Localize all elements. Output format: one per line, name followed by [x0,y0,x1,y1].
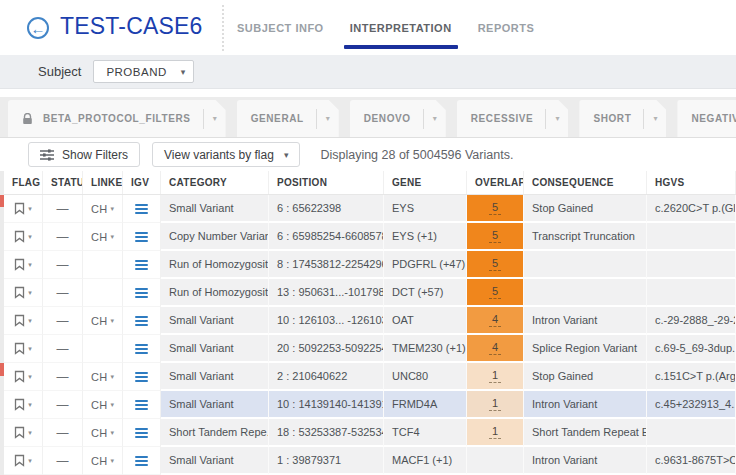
overlap-count[interactable]: 5 [489,285,501,299]
chevron-down-icon: ▾ [326,114,330,123]
overlap-count[interactable]: 1 [489,397,501,411]
col-position[interactable]: POSITION [269,171,384,194]
igv-button[interactable] [123,391,161,419]
table-row[interactable]: ▾ — CH ▾ Short Tandem Repe... 18 : 53253… [4,419,736,447]
bookmark-flag-icon [14,258,25,271]
table-row[interactable]: ▾ — CH ▾ Small Variant 1 : 39879371 MACF… [4,447,736,475]
overlap-count[interactable]: 5 [489,229,501,243]
filter-tab-menu-button[interactable]: ▾ [545,109,568,129]
table-row[interactable]: ▾ — CH ▾ Small Variant 10 : 14139140-141… [4,391,736,419]
col-hgvs[interactable]: HGVS [647,171,736,194]
overlap-cell[interactable]: 5 [467,223,524,251]
flag-cell[interactable]: ▾ [4,363,43,391]
col-overlap[interactable]: OVERLAP [467,171,524,194]
table-row[interactable]: ▾ — ▾ Run of Homozygosity 13 : 950631...… [4,279,736,307]
col-status[interactable]: STATUS [43,171,83,194]
tab-subject-info[interactable]: SUBJECT INFO [237,0,324,55]
overlap-count[interactable]: 1 [489,369,501,383]
linked-cell[interactable]: ▾ [83,251,123,279]
table-row[interactable]: ▾ — CH ▾ Small Variant 10 : 126103... -1… [4,307,736,335]
flag-cell[interactable]: ▾ [4,251,43,279]
overlap-count[interactable]: 4 [489,341,501,355]
linked-cell[interactable]: CH ▾ [83,195,123,223]
igv-button[interactable] [123,363,161,391]
linked-cell[interactable]: CH ▾ [83,363,123,391]
filter-tab-label: SHORT [579,113,643,124]
back-button[interactable]: ← [27,17,49,39]
overlap-cell[interactable]: 5 [467,251,524,279]
overlap-cell[interactable] [467,447,524,475]
igv-button[interactable] [123,335,161,363]
flag-cell[interactable]: ▾ [4,335,43,363]
tab-interpretation[interactable]: INTERPRETATION [350,0,452,55]
overlap-cell[interactable]: 4 [467,307,524,335]
igv-button[interactable] [123,279,161,307]
col-gene[interactable]: GENE [384,171,467,194]
scroll-marker [0,195,4,207]
filter-tab-beta-protocol-filters[interactable]: BETA_PROTOCOL_FILTERS ▾ [8,100,226,137]
igv-button[interactable] [123,419,161,447]
col-flag[interactable]: FLAG [4,171,43,194]
filter-tab-menu-button[interactable]: ▾ [203,109,226,129]
overlap-count[interactable]: 5 [489,257,501,271]
view-mode-dropdown[interactable]: View variants by flag ▾ [152,142,300,167]
flag-cell[interactable]: ▾ [4,279,43,307]
consequence-cell: Intron Variant [524,447,647,475]
flag-cell[interactable]: ▾ [4,391,43,419]
igv-button[interactable] [123,447,161,475]
overlap-cell[interactable]: 4 [467,335,524,363]
overlap-count[interactable]: 1 [489,425,501,439]
igv-button[interactable] [123,223,161,251]
linked-chevron-icon: ▾ [110,205,114,213]
linked-cell[interactable]: ▾ [83,335,123,363]
table-row[interactable]: ▾ — CH ▾ Copy Number Variant 6 : 6598525… [4,223,736,251]
overlap-cell[interactable]: 1 [467,391,524,419]
table-row[interactable]: ▾ — CH ▾ Small Variant 6 : 65622398 EYS … [4,195,736,223]
show-filters-button[interactable]: Show Filters [28,142,140,167]
overlap-count[interactable]: 5 [489,201,501,215]
filter-tab-menu-button[interactable]: ▾ [423,109,446,129]
col-category[interactable]: CATEGORY [161,171,269,194]
linked-cell[interactable]: CH ▾ [83,447,123,475]
filter-tab-recessive[interactable]: RECESSIVE ▾ [457,100,569,137]
overlap-cell[interactable]: 1 [467,363,524,391]
linked-cell[interactable]: CH ▾ [83,419,123,447]
linked-cell[interactable]: ▾ [83,279,123,307]
flag-cell[interactable]: ▾ [4,419,43,447]
table-header-row: FLAG STATUS LINKED IGV CATEGORY POSITION… [4,171,736,195]
table-row[interactable]: ▾ — ▾ Run of Homozygosity 8 : 17453812-2… [4,251,736,279]
filter-tab-short[interactable]: SHORT ▾ [579,100,666,137]
scroll-gutter[interactable] [0,171,4,475]
overlap-cell[interactable]: 1 [467,419,524,447]
flag-cell[interactable]: ▾ [4,447,43,475]
col-igv[interactable]: IGV [123,171,161,194]
filter-tab-negative[interactable]: NEGATIVE ▾ [677,100,736,137]
table-row[interactable]: ▾ — CH ▾ Small Variant 2 : 210640622 UNC… [4,363,736,391]
filter-tab-menu-button[interactable]: ▾ [643,109,666,129]
linked-cell[interactable]: CH ▾ [83,307,123,335]
overlap-cell[interactable]: 5 [467,195,524,223]
filter-tab-general[interactable]: GENERAL ▾ [237,100,339,137]
flag-cell[interactable]: ▾ [4,223,43,251]
filter-tab-menu-button[interactable]: ▾ [316,109,339,129]
igv-button[interactable] [123,195,161,223]
flag-cell[interactable]: ▾ [4,307,43,335]
gene-cell: EYS [384,195,467,223]
overlap-count[interactable]: 4 [489,313,501,327]
gene-cell: FRMD4A [384,391,467,419]
linked-cell[interactable]: CH ▾ [83,391,123,419]
col-linked[interactable]: LINKED [83,171,123,194]
filter-tab-denovo[interactable]: DENOVO ▾ [350,100,446,137]
tab-reports[interactable]: REPORTS [478,0,535,55]
col-consequence[interactable]: CONSEQUENCE [524,171,647,194]
table-row[interactable]: ▾ — ▾ Small Variant 20 : 5092253-5092254… [4,335,736,363]
view-mode-value: View variants by flag [164,148,274,162]
igv-button[interactable] [123,251,161,279]
chevron-down-icon: ▾ [28,373,32,381]
overlap-cell[interactable]: 5 [467,279,524,307]
flag-cell[interactable]: ▾ [4,195,43,223]
chevron-down-icon: ▾ [28,401,32,409]
igv-button[interactable] [123,307,161,335]
subject-select[interactable]: PROBAND ▾ [93,60,194,83]
linked-cell[interactable]: CH ▾ [83,223,123,251]
